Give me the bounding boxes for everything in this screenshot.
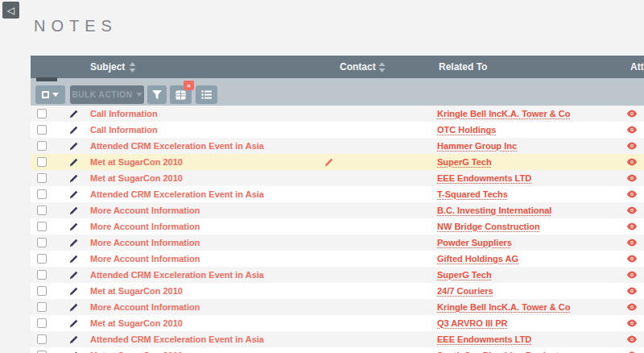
row-checkbox[interactable] (37, 222, 47, 231)
related-to-link[interactable]: T-Squared Techs (437, 186, 508, 202)
edit-pencil-icon[interactable] (69, 122, 78, 138)
note-subject[interactable]: Attended CRM Exceleration Event in Asia (90, 186, 264, 202)
preview-eye-icon[interactable] (627, 106, 637, 122)
sort-icon-contact[interactable] (378, 62, 386, 73)
column-header-attachment[interactable]: Att (630, 61, 644, 73)
edit-pencil-icon[interactable] (69, 251, 78, 267)
edit-pencil-icon[interactable] (69, 347, 78, 353)
edit-pencil-icon[interactable] (69, 186, 78, 202)
note-subject[interactable]: Met at SugarCon 2010 (90, 283, 183, 299)
bulk-action-button[interactable]: BULK ACTION (70, 85, 144, 104)
edit-pencil-icon[interactable] (69, 218, 78, 235)
table-row[interactable]: More Account InformationPowder Suppliers (31, 235, 644, 251)
table-row[interactable]: Call InformationOTC Holdings (31, 122, 644, 138)
edit-pencil-icon[interactable] (69, 138, 78, 154)
row-checkbox[interactable] (37, 109, 47, 118)
row-checkbox[interactable] (37, 302, 47, 312)
row-checkbox[interactable] (37, 141, 47, 151)
note-subject[interactable]: Call Information (90, 106, 158, 122)
note-subject[interactable]: Attended CRM Exceleration Event in Asia (90, 331, 264, 347)
preview-eye-icon[interactable] (627, 218, 637, 235)
note-subject[interactable]: More Account Information (90, 235, 200, 251)
table-row[interactable]: Attended CRM Exceleration Event in AsiaE… (31, 331, 644, 347)
table-row[interactable]: Attended CRM Exceleration Event in AsiaT… (31, 186, 644, 202)
table-row[interactable]: Attended CRM Exceleration Event in AsiaS… (31, 267, 644, 283)
table-row[interactable]: Met at SugarCon 2010SuperG Tech (31, 154, 644, 170)
note-subject[interactable]: More Account Information (90, 218, 200, 235)
edit-pencil-icon[interactable] (69, 235, 78, 251)
note-subject[interactable]: Attended CRM Exceleration Event in Asia (90, 138, 264, 154)
clear-filter-badge[interactable]: × (184, 81, 194, 90)
note-subject[interactable]: More Account Information (90, 299, 200, 315)
column-header-contact[interactable]: Contact (340, 61, 376, 73)
preview-eye-icon[interactable] (627, 283, 637, 299)
related-to-link[interactable]: B.C. Investing International (437, 202, 551, 218)
related-to-link[interactable]: Powder Suppliers (437, 235, 512, 251)
edit-pencil-icon[interactable] (69, 299, 78, 315)
note-subject[interactable]: Met at SugarCon 2010 (90, 315, 183, 331)
note-subject[interactable]: Met at SugarCon 2010 (90, 154, 183, 170)
related-to-link[interactable]: OTC Holdings (437, 122, 496, 138)
list-view-button[interactable] (196, 85, 217, 104)
column-header-related-to[interactable]: Related To (439, 61, 487, 73)
preview-eye-icon[interactable] (627, 267, 637, 283)
table-row[interactable]: Met at SugarCon 2010South Sea Plumbing P… (31, 347, 644, 353)
related-to-link[interactable]: Hammer Group Inc (437, 138, 517, 154)
edit-pencil-icon[interactable] (69, 315, 78, 331)
row-checkbox[interactable] (37, 206, 47, 215)
sort-icon-subject[interactable] (129, 62, 136, 73)
preview-eye-icon[interactable] (627, 202, 637, 218)
table-row[interactable]: Met at SugarCon 2010Q3 ARVRO III PR (31, 315, 644, 331)
column-header-subject[interactable]: Subject (90, 61, 125, 73)
preview-eye-icon[interactable] (627, 122, 637, 138)
related-to-link[interactable]: SuperG Tech (437, 154, 492, 170)
related-to-link[interactable]: EEE Endowments LTD (437, 331, 531, 347)
preview-eye-icon[interactable] (627, 154, 637, 170)
edit-pencil-icon[interactable] (69, 331, 78, 347)
row-checkbox[interactable] (37, 157, 47, 167)
related-to-link[interactable]: Gifted Holdings AG (437, 251, 518, 267)
related-to-link[interactable]: Q3 ARVRO III PR (437, 315, 507, 331)
note-subject[interactable]: Attended CRM Exceleration Event in Asia (90, 267, 264, 283)
related-to-link[interactable]: Kringle Bell IncK.A. Tower & Co (437, 106, 570, 122)
row-checkbox[interactable] (37, 125, 47, 135)
filter-button[interactable] (147, 85, 167, 104)
row-checkbox[interactable] (37, 286, 47, 296)
preview-eye-icon[interactable] (627, 251, 637, 267)
row-checkbox[interactable] (37, 173, 47, 183)
preview-eye-icon[interactable] (627, 315, 637, 331)
row-checkbox[interactable] (37, 334, 47, 344)
table-row[interactable]: More Account InformationKringle Bell Inc… (31, 299, 644, 315)
table-row[interactable]: More Account InformationGifted Holdings … (31, 251, 644, 267)
edit-pencil-icon[interactable] (69, 267, 78, 283)
table-row[interactable]: More Account InformationB.C. Investing I… (31, 202, 644, 218)
preview-eye-icon[interactable] (627, 331, 637, 347)
related-to-link[interactable]: 24/7 Couriers (437, 283, 493, 299)
row-checkbox[interactable] (37, 189, 47, 199)
related-to-link[interactable]: Kringle Bell IncK.A. Tower & Co (437, 299, 570, 315)
contact-edit-pencil-icon[interactable] (324, 154, 333, 170)
back-button[interactable]: ◁ (2, 2, 19, 19)
preview-eye-icon[interactable] (627, 170, 637, 186)
table-row[interactable]: More Account InformationNW Bridge Constr… (31, 218, 644, 235)
preview-eye-icon[interactable] (627, 138, 637, 154)
preview-eye-icon[interactable] (627, 347, 637, 353)
table-row[interactable]: Met at SugarCon 2010EEE Endowments LTD (31, 170, 644, 186)
related-to-link[interactable]: SuperG Tech (437, 267, 492, 283)
note-subject[interactable]: Call Information (90, 122, 158, 138)
preview-eye-icon[interactable] (627, 186, 637, 202)
preview-eye-icon[interactable] (627, 299, 637, 315)
select-all-dropdown-button[interactable] (35, 85, 65, 104)
edit-pencil-icon[interactable] (69, 202, 78, 218)
note-subject[interactable]: Met at SugarCon 2010 (90, 347, 183, 353)
row-checkbox[interactable] (37, 270, 47, 280)
related-to-link[interactable]: South Sea Plumbing Products (437, 347, 564, 353)
row-checkbox[interactable] (37, 318, 47, 328)
table-row[interactable]: Met at SugarCon 201024/7 Couriers (31, 283, 644, 299)
preview-eye-icon[interactable] (627, 235, 637, 251)
edit-pencil-icon[interactable] (69, 170, 78, 186)
edit-pencil-icon[interactable] (69, 283, 78, 299)
table-row[interactable]: Call InformationKringle Bell IncK.A. Tow… (31, 106, 644, 122)
related-to-link[interactable]: EEE Endowments LTD (437, 170, 531, 186)
edit-pencil-icon[interactable] (69, 106, 78, 122)
